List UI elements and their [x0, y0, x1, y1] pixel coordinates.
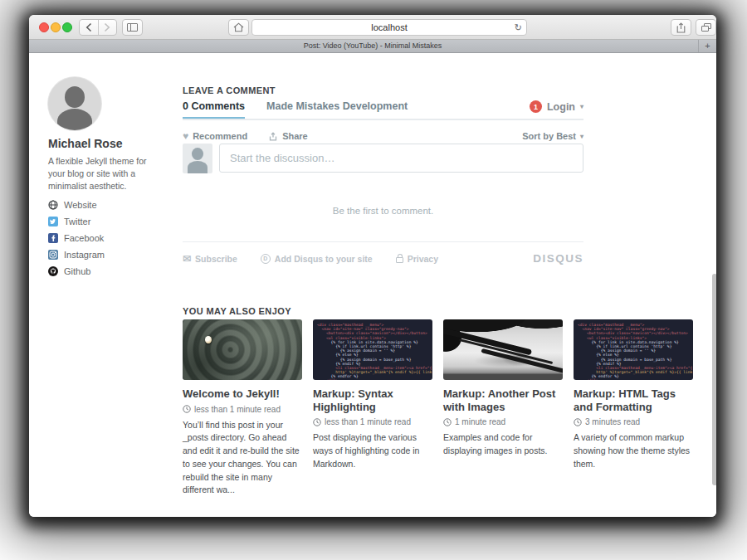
- subscribe-link[interactable]: ✉ Subscribe: [183, 253, 237, 265]
- link-label: Twitter: [64, 217, 90, 226]
- home-icon: [233, 22, 244, 32]
- divider: [183, 241, 583, 242]
- chevron-left-icon: [85, 22, 92, 32]
- history-nav-group: [79, 19, 117, 36]
- related-card[interactable]: <div class="masthead __menu"> <nav id="s…: [313, 319, 432, 497]
- post-thumbnail-tree[interactable]: [443, 319, 563, 380]
- url-text: localhost: [371, 22, 407, 32]
- minimize-window-button[interactable]: [51, 22, 61, 32]
- post-thumbnail-moss[interactable]: [183, 319, 302, 380]
- tab-overview-button[interactable]: [696, 19, 716, 36]
- disqus-tabs: 0 Comments Made Mistakes Development 1 L…: [183, 100, 583, 120]
- tabs-icon: [701, 23, 711, 32]
- twitter-icon: [48, 217, 58, 226]
- clock-icon: [183, 405, 191, 413]
- tab-bar: Post: Video (YouTube) - Minimal Mistakes…: [29, 40, 716, 53]
- sort-dropdown[interactable]: Sort by Best ▾: [522, 131, 583, 141]
- post-title[interactable]: Welcome to Jekyll!: [183, 387, 302, 401]
- address-bar[interactable]: localhost ↻: [251, 19, 527, 36]
- chevron-right-icon: [104, 22, 110, 32]
- sidebar-item-facebook[interactable]: Facebook: [48, 233, 105, 243]
- link-label: Facebook: [64, 233, 104, 243]
- read-time: 1 minute read: [455, 417, 505, 426]
- post-thumbnail-code[interactable]: <div class="masthead __menu"> <nav id="s…: [574, 319, 693, 380]
- link-label: Website: [64, 200, 97, 210]
- disqus-footer: ✉ Subscribe D Add Disqus to your site Pr…: [183, 252, 583, 265]
- tab-comment-count[interactable]: 0 Comments: [183, 100, 245, 119]
- page-content: Michael Rose A flexible Jekyll theme for…: [29, 54, 716, 517]
- privacy-label: Privacy: [408, 254, 438, 264]
- sidebar-item-instagram[interactable]: Instagram: [48, 250, 105, 260]
- close-window-button[interactable]: [39, 22, 49, 32]
- recommend-button[interactable]: ♥ Recommend: [183, 130, 247, 142]
- add-disqus-link[interactable]: D Add Disqus to your site: [261, 254, 373, 264]
- share-arrow-icon: [269, 132, 278, 141]
- commenter-avatar: [183, 144, 212, 173]
- author-links: Website Twitter Facebook Instagram Githu…: [48, 200, 105, 276]
- related-card[interactable]: <div class="masthead __menu"> <nav id="s…: [574, 319, 693, 497]
- empty-comments-text: Be the first to comment.: [183, 206, 583, 216]
- read-time: less than 1 minute read: [325, 417, 411, 426]
- login-menu[interactable]: 1 Login ▾: [530, 100, 583, 113]
- disqus-logo[interactable]: DISQUS: [533, 252, 583, 265]
- active-tab[interactable]: Post: Video (YouTube) - Minimal Mistakes: [304, 41, 442, 50]
- envelope-icon: ✉: [183, 253, 191, 265]
- browser-titlebar: localhost ↻: [29, 15, 716, 40]
- post-thumbnail-code[interactable]: <div class="masthead __menu"> <nav id="s…: [313, 319, 432, 380]
- author-name: Michael Rose: [48, 137, 122, 150]
- tab-community[interactable]: Made Mistakes Development: [266, 100, 408, 112]
- instagram-icon: [48, 250, 58, 260]
- clock-icon: [443, 418, 452, 426]
- sidebar-toggle-button[interactable]: [122, 19, 143, 36]
- refresh-icon[interactable]: ↻: [515, 20, 522, 35]
- browser-window: localhost ↻ Post: Video (YouTube) - Mini…: [29, 15, 716, 517]
- post-excerpt: Examples and code for displaying images …: [443, 431, 563, 458]
- privacy-link[interactable]: Privacy: [396, 254, 438, 264]
- comments-section-title: LEAVE A COMMENT: [183, 85, 276, 95]
- share-button[interactable]: [671, 19, 691, 36]
- post-excerpt: Post displaying the various ways of high…: [313, 431, 432, 470]
- author-bio: A flexible Jekyll theme for your blog or…: [48, 155, 153, 193]
- lock-icon: [396, 257, 403, 263]
- link-label: Github: [64, 266, 90, 276]
- post-title[interactable]: Markup: HTML Tags and Formatting: [574, 387, 693, 413]
- comment-input[interactable]: [219, 144, 583, 173]
- forward-button[interactable]: [98, 20, 117, 35]
- read-time: 3 minutes read: [585, 417, 640, 426]
- sort-label: Sort by Best: [522, 131, 576, 141]
- zoom-window-button[interactable]: [62, 22, 72, 32]
- sidebar-item-twitter[interactable]: Twitter: [48, 217, 105, 226]
- recommend-label: Recommend: [193, 131, 247, 141]
- disqus-actions: ♥ Recommend Share Sort by Best ▾: [183, 130, 583, 142]
- back-button[interactable]: [80, 20, 98, 35]
- facebook-icon: [48, 233, 58, 243]
- related-card[interactable]: Welcome to Jekyll! less than 1 minute re…: [183, 319, 302, 497]
- related-card[interactable]: Markup: Another Post with Images 1 minut…: [443, 319, 563, 497]
- share-icon: [676, 22, 686, 33]
- chevron-down-icon: ▾: [580, 103, 583, 110]
- chevron-down-icon: ▾: [580, 133, 583, 140]
- related-section-title: YOU MAY ALSO ENJOY: [183, 306, 291, 316]
- share-label: Share: [282, 131, 308, 141]
- globe-icon: [48, 200, 58, 210]
- link-label: Instagram: [64, 250, 105, 260]
- related-cards: Welcome to Jekyll! less than 1 minute re…: [183, 319, 696, 497]
- disqus-d-icon: D: [261, 254, 271, 264]
- heart-icon: ♥: [183, 130, 188, 142]
- notification-badge: 1: [530, 100, 542, 113]
- login-label: Login: [547, 101, 575, 113]
- github-icon: [48, 266, 58, 276]
- post-title[interactable]: Markup: Syntax Highlighting: [313, 387, 432, 413]
- sidebar-item-github[interactable]: Github: [48, 266, 105, 276]
- new-tab-button[interactable]: +: [698, 40, 716, 52]
- share-comments-button[interactable]: Share: [269, 131, 308, 141]
- post-title[interactable]: Markup: Another Post with Images: [443, 387, 563, 413]
- post-excerpt: A variety of common markup showing how t…: [574, 431, 693, 470]
- home-button[interactable]: [228, 19, 249, 36]
- subscribe-label: Subscribe: [195, 254, 237, 264]
- scrollbar-thumb[interactable]: [712, 274, 716, 485]
- post-excerpt: You’ll find this post in your _posts dir…: [183, 419, 302, 498]
- sidebar-item-website[interactable]: Website: [48, 200, 105, 210]
- author-avatar: [48, 77, 101, 130]
- add-disqus-label: Add Disqus to your site: [275, 254, 373, 264]
